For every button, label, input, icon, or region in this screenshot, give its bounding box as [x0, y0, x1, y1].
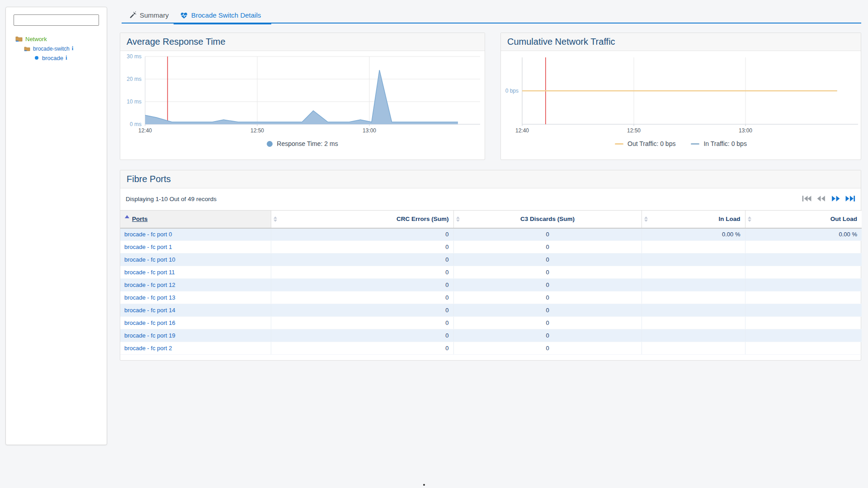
panel-header: Fibre Ports: [120, 170, 861, 188]
port-link[interactable]: brocade - fc port 11: [124, 269, 175, 276]
port-link[interactable]: brocade - fc port 2: [124, 345, 172, 352]
port-cell: brocade - fc port 0: [120, 228, 271, 241]
crc-errors-cell: 0: [271, 228, 453, 241]
out-load-cell: [745, 266, 862, 279]
port-link[interactable]: brocade - fc port 12: [124, 282, 175, 288]
pagination-controls: [801, 194, 856, 204]
tree-search-input[interactable]: [14, 14, 99, 26]
bullet-icon: [35, 56, 38, 60]
heart-pulse-icon: [180, 12, 188, 19]
legend-dash-marker: [615, 143, 623, 145]
tree-node-label[interactable]: Network: [25, 36, 47, 42]
column-header-c3-discards[interactable]: C3 Discards (Sum): [453, 211, 642, 228]
c3-discards-cell: 0: [453, 317, 642, 329]
c3-discards-cell: 0: [453, 266, 642, 279]
records-status: Displaying 1-10 Out of 49 records: [126, 196, 217, 202]
out-load-cell: [745, 329, 862, 342]
sort-toggle-icon[interactable]: [274, 216, 277, 222]
info-icon[interactable]: i: [72, 45, 73, 52]
table-row: brocade - fc port 1600: [120, 317, 862, 329]
tree-node-label[interactable]: brocade-switch: [33, 46, 70, 52]
fibre-ports-panel: Fibre Ports Displaying 1-10 Out of 49 re…: [120, 170, 861, 361]
info-icon[interactable]: i: [66, 55, 67, 61]
crc-errors-cell: 0: [271, 329, 453, 342]
crc-errors-cell: 0: [271, 241, 453, 253]
crc-errors-cell: 0: [271, 279, 453, 291]
svg-text:20 ms: 20 ms: [127, 76, 142, 82]
port-link[interactable]: brocade - fc port 10: [124, 256, 175, 263]
panel-header: Average Response Time: [120, 33, 485, 51]
port-link[interactable]: brocade - fc port 14: [124, 307, 175, 314]
fibre-ports-tbody: brocade - fc port 0000.00 %0.00 %brocade…: [120, 228, 862, 355]
svg-text:12:50: 12:50: [250, 127, 264, 134]
in-load-cell: 0.00 %: [642, 228, 745, 241]
crc-errors-cell: 0: [271, 342, 453, 355]
in-load-cell: [642, 317, 745, 329]
out-load-cell: [745, 253, 862, 266]
port-link[interactable]: brocade - fc port 1: [124, 244, 172, 250]
active-tab-indicator: [174, 23, 271, 24]
previous-page-button[interactable]: [815, 194, 827, 204]
legend-label: Out Traffic: 0 bps: [627, 140, 675, 147]
sort-toggle-icon[interactable]: [644, 216, 648, 222]
chart-legend: Out Traffic: 0 bpsIn Traffic: 0 bps: [501, 138, 861, 150]
c3-discards-cell: 0: [453, 329, 642, 342]
table-row: brocade - fc port 100: [120, 241, 862, 253]
crc-errors-cell: 0: [271, 304, 453, 317]
tab-bar: Summary Brocade Switch Details: [122, 9, 861, 23]
legend-label: In Traffic: 0 bps: [703, 140, 746, 147]
port-link[interactable]: brocade - fc port 13: [124, 294, 175, 301]
port-link[interactable]: brocade - fc port 16: [124, 319, 175, 326]
svg-text:13:00: 13:00: [739, 127, 752, 134]
tab-label: Brocade Switch Details: [191, 11, 261, 19]
port-cell: brocade - fc port 11: [120, 266, 271, 279]
out-load-cell: [745, 291, 862, 304]
fibre-ports-table: Ports CRC Errors (Sum) C3 Discards (Sum)…: [120, 210, 862, 355]
in-load-cell: [642, 253, 745, 266]
device-tree-sidebar: Network brocade-switch i brocade i: [5, 7, 107, 445]
legend-item: Response Time: 2 ms: [267, 140, 338, 147]
svg-text:10 ms: 10 ms: [127, 99, 142, 105]
sort-toggle-icon[interactable]: [456, 216, 460, 222]
column-header-crc-errors[interactable]: CRC Errors (Sum): [271, 211, 453, 228]
sort-toggle-icon[interactable]: [748, 216, 751, 222]
svg-text:30 ms: 30 ms: [127, 53, 142, 60]
out-load-cell: [745, 241, 862, 253]
first-page-button[interactable]: [801, 194, 813, 204]
port-cell: brocade - fc port 12: [120, 279, 271, 291]
network-traffic-chart: 12:4012:5013:000 bps Out Traffic: 0 bpsI…: [501, 51, 861, 160]
tab-summary[interactable]: Summary: [129, 11, 169, 19]
column-header-out-load[interactable]: Out Load: [745, 211, 862, 228]
svg-text:12:50: 12:50: [627, 127, 641, 134]
column-header-in-load[interactable]: In Load: [642, 211, 745, 228]
tree-node-label[interactable]: brocade: [42, 55, 63, 61]
panel-header: Cumulative Network Traffic: [501, 33, 861, 51]
previous-page-icon: [816, 195, 826, 202]
port-link[interactable]: brocade - fc port 0: [124, 231, 172, 238]
c3-discards-cell: 0: [453, 342, 642, 355]
cursor-artifact-dot: [423, 484, 425, 486]
panel-title: Fibre Ports: [127, 174, 171, 184]
legend-label: Response Time: 2 ms: [277, 140, 338, 147]
table-row: brocade - fc port 1000: [120, 253, 862, 266]
column-header-ports[interactable]: Ports: [120, 211, 271, 228]
tree-node-brocade-switch[interactable]: brocade-switch i: [6, 44, 107, 53]
tree-node-network[interactable]: Network: [6, 34, 107, 44]
in-load-cell: [642, 291, 745, 304]
next-page-button[interactable]: [830, 194, 842, 204]
panel-title: Average Response Time: [127, 37, 226, 47]
tab-brocade-switch-details[interactable]: Brocade Switch Details: [180, 11, 261, 19]
panel-title: Cumulative Network Traffic: [507, 37, 615, 47]
svg-text:12:40: 12:40: [138, 127, 152, 134]
port-link[interactable]: brocade - fc port 19: [124, 332, 175, 339]
svg-text:0 bps: 0 bps: [505, 88, 519, 94]
c3-discards-cell: 0: [453, 228, 642, 241]
c3-discards-cell: 0: [453, 253, 642, 266]
in-load-cell: [642, 304, 745, 317]
c3-discards-cell: 0: [453, 241, 642, 253]
crc-errors-cell: 0: [271, 317, 453, 329]
last-page-button[interactable]: [844, 194, 856, 204]
out-load-cell: [745, 304, 862, 317]
tree-node-brocade[interactable]: brocade i: [6, 53, 107, 62]
table-row: brocade - fc port 1300: [120, 291, 862, 304]
